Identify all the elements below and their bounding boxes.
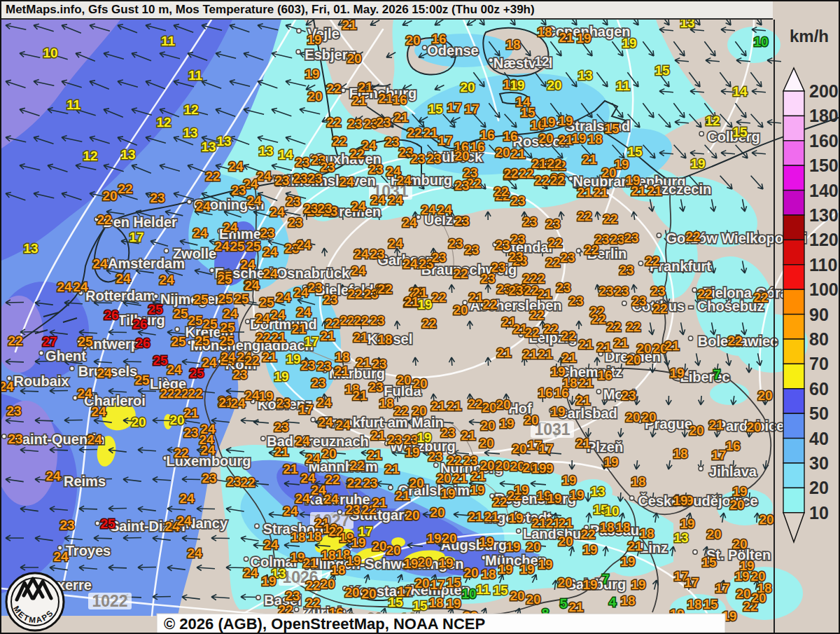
temperature-value: 22 [8, 333, 22, 348]
temperature-value: 24 [293, 285, 309, 300]
temperature-value: 23 [384, 135, 399, 149]
city-marker-icon [629, 496, 634, 500]
temperature-value: 22 [727, 333, 742, 348]
temperature-value: 19 [470, 483, 484, 497]
temperature-value: 21 [370, 428, 386, 443]
temperature-value: 19 [550, 404, 565, 419]
temperature-value: 22 [685, 229, 700, 244]
city-marker-icon [388, 485, 393, 490]
temperature-value: 24 [351, 263, 366, 278]
temperature-value: 17 [129, 230, 144, 244]
temperature-value: 16 [392, 92, 407, 107]
scale-unit-label: km/h [790, 27, 829, 46]
temperature-value: 21 [271, 330, 286, 345]
temperature-value: 22 [332, 134, 346, 149]
scale-tick-label: 160 [809, 131, 839, 151]
temperature-value: 20 [558, 534, 573, 549]
temperature-value: 23 [285, 588, 300, 603]
temperature-value: 19 [563, 20, 578, 21]
temperature-value: 24 [316, 395, 332, 410]
scale-segment [783, 289, 804, 314]
temperature-value: 21 [367, 448, 382, 462]
temperature-value: 20 [512, 441, 526, 456]
temperature-value: 12 [156, 115, 171, 130]
temperature-value: 22 [354, 313, 368, 328]
city-marker-icon [296, 50, 300, 54]
temperature-value: 19 [571, 131, 586, 146]
temperature-value: 23 [448, 236, 463, 251]
isobar-label: 1022 [92, 592, 127, 610]
temperature-value: 21 [578, 375, 594, 390]
temperature-value: 11 [476, 582, 491, 597]
city-label: Osnabrück [276, 266, 350, 281]
temperature-value: 19 [258, 389, 273, 404]
temperature-value: 25 [173, 306, 188, 321]
temperature-value: 22 [493, 184, 508, 199]
temperature-value: 19 [351, 535, 365, 550]
temperature-value: 24 [296, 237, 312, 252]
temperature-value: 20 [417, 555, 432, 570]
city-label: Amsterdam [108, 256, 185, 271]
temperature-value: 23 [440, 425, 455, 440]
temperature-value: 22 [543, 322, 558, 336]
scale-segment [783, 191, 804, 215]
temperature-value: 19 [582, 577, 597, 592]
temperature-value: 24 [388, 236, 403, 251]
temperature-value: 24 [57, 280, 72, 294]
temperature-value: 22 [346, 476, 361, 490]
temperature-value: 21 [423, 125, 438, 140]
temperature-value: 22 [255, 330, 270, 345]
temperature-value: 4 [609, 595, 617, 609]
temperature-value: 21 [577, 185, 592, 200]
city-label: Jihlava [709, 464, 757, 479]
temperature-value: 25 [148, 302, 163, 317]
temperature-value: 17 [298, 402, 313, 417]
temperature-value: 24 [256, 169, 272, 184]
temperature-value: 23 [368, 380, 383, 394]
temperature-value: 19 [426, 531, 441, 546]
temperature-value: 23 [480, 271, 495, 286]
temperature-value: 19 [498, 562, 512, 577]
temperature-value: 19 [307, 32, 321, 47]
temperature-value: 20 [307, 89, 322, 104]
temperature-value: 18 [379, 396, 393, 411]
temperature-value: 23 [293, 171, 307, 186]
temperature-value: 22 [645, 254, 659, 268]
temperature-value: 11 [616, 78, 631, 93]
temperature-value: 21 [302, 556, 318, 570]
temperature-value: 20 [526, 539, 540, 554]
temperature-value: 22 [547, 156, 561, 171]
temperature-value: 24 [396, 173, 412, 188]
temperature-value: 19 [446, 596, 461, 611]
temperature-value: 24 [421, 202, 436, 217]
temperature-value: 17 [447, 100, 461, 115]
city-marker-icon [434, 463, 438, 467]
temperature-value: 21 [430, 399, 446, 413]
temperature-value: 21 [447, 399, 462, 413]
temperature-value: 17 [711, 448, 726, 462]
temperature-value: 22 [545, 255, 560, 270]
temperature-value: 20 [430, 505, 444, 520]
scale-tick-label: 40 [809, 429, 829, 448]
temperature-value: 19 [620, 554, 635, 569]
temperature-value: 25 [218, 291, 233, 306]
temperature-value: 22 [580, 527, 595, 542]
temperature-value: 21 [558, 516, 573, 530]
temperature-value: 23 [274, 173, 289, 188]
temperature-value: 13 [216, 134, 231, 149]
temperature-value: 16 [554, 385, 568, 400]
temperature-value: 24 [46, 469, 61, 483]
temperature-value: 23 [323, 292, 337, 307]
temperature-value: 17 [304, 334, 318, 349]
temperature-value: 23 [387, 432, 402, 447]
temperature-value: 24 [77, 386, 92, 401]
temperature-value: 20 [169, 413, 184, 427]
temperature-value: 22 [503, 166, 518, 181]
temperature-value: 23 [6, 404, 21, 418]
temperature-value: 19 [622, 36, 636, 50]
temperature-value: 23 [370, 247, 384, 261]
temperature-value: 20 [482, 400, 496, 415]
city-label: Ghent [46, 348, 86, 364]
city-marker-icon [341, 88, 345, 92]
temperature-value: 24 [437, 202, 452, 217]
